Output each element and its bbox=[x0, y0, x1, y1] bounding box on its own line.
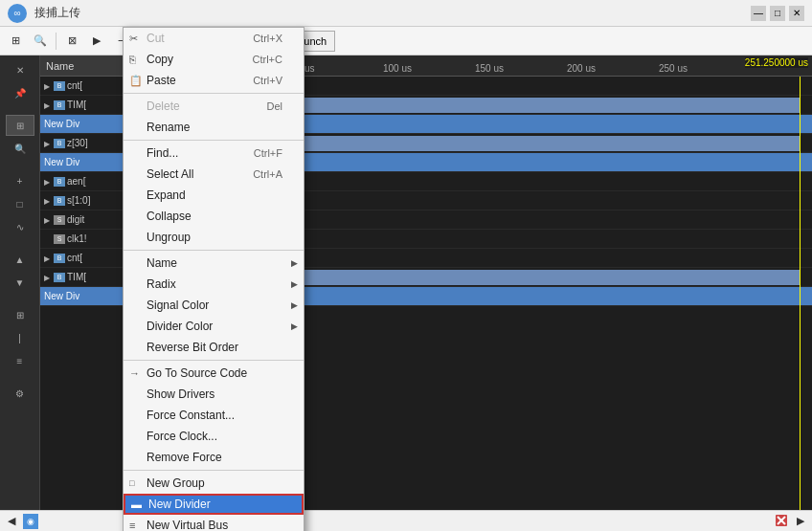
menu-label-goto-source: Go To Source Code bbox=[147, 366, 247, 380]
tool-marker[interactable]: | bbox=[6, 327, 34, 348]
divider-label: New Div bbox=[44, 291, 79, 301]
menu-item-new-divider[interactable]: ▬ New Divider bbox=[124, 494, 304, 515]
menu-item-divider-color[interactable]: Divider Color bbox=[124, 316, 304, 337]
status-nav-prev[interactable]: ◀ bbox=[8, 515, 15, 527]
signal-name: z[30] bbox=[67, 138, 88, 148]
menu-label-name: Name bbox=[147, 256, 177, 270]
expand-icon: ▶ bbox=[44, 82, 52, 90]
menu-label-force-constant: Force Constant... bbox=[147, 409, 235, 422]
tool-add-group[interactable]: □ bbox=[6, 193, 34, 214]
menu-label-cut: Cut bbox=[147, 32, 165, 45]
expand-icon: ▶ bbox=[44, 216, 52, 224]
time-marker-100: 100 us bbox=[383, 63, 412, 74]
menu-shortcut-select-all: Ctrl+A bbox=[253, 168, 282, 180]
expand-icon: ▶ bbox=[44, 274, 52, 281]
goto-icon: → bbox=[129, 367, 140, 379]
current-time-display: 251.250000 us bbox=[745, 57, 808, 68]
tool-close[interactable]: ✕ bbox=[6, 59, 34, 80]
menu-label-radix: Radix bbox=[147, 277, 176, 291]
menu-label-new-virtual-bus: New Virtual Bus bbox=[147, 519, 228, 531]
tool-grid[interactable]: ⊞ bbox=[6, 304, 34, 325]
signal-type-icon: B bbox=[54, 254, 65, 263]
expand-icon: ▶ bbox=[44, 254, 52, 262]
close-button[interactable]: ✕ bbox=[789, 6, 804, 21]
app-icon: ∞ bbox=[8, 4, 27, 23]
tool-zoom-in[interactable]: 🔍 bbox=[6, 138, 34, 159]
context-menu: ✂ Cut Ctrl+X ⎘ Copy Ctrl+C 📋 Paste Ctrl+… bbox=[123, 27, 304, 531]
menu-item-force-constant[interactable]: Force Constant... bbox=[124, 405, 304, 426]
signal-name: TIM[ bbox=[67, 272, 86, 282]
tool-down[interactable]: ▼ bbox=[6, 272, 34, 293]
menu-sep-4 bbox=[124, 360, 304, 361]
signal-name: aen[ bbox=[67, 176, 85, 187]
expand-icon bbox=[44, 235, 52, 243]
menu-item-new-group[interactable]: □ New Group bbox=[124, 473, 304, 494]
signal-type-icon: S bbox=[54, 234, 65, 244]
menu-label-select-all: Select All bbox=[147, 167, 193, 181]
menu-label-signal-color: Signal Color bbox=[147, 299, 209, 312]
tool-wave-a[interactable]: ∿ bbox=[6, 216, 34, 237]
signal-type-icon: B bbox=[54, 273, 65, 282]
time-cursor bbox=[800, 77, 801, 510]
signal-name: digit bbox=[67, 214, 84, 225]
new-divider-icon: ▬ bbox=[131, 498, 142, 510]
minimize-button[interactable]: — bbox=[751, 6, 766, 21]
menu-sep-2 bbox=[124, 140, 304, 141]
menu-item-radix[interactable]: Radix bbox=[124, 274, 304, 295]
signal-header-label: Name bbox=[46, 60, 74, 72]
tool-list[interactable]: ≡ bbox=[6, 350, 34, 371]
menu-item-ungroup[interactable]: Ungroup bbox=[124, 227, 304, 248]
menu-item-reverse-bit[interactable]: Reverse Bit Order bbox=[124, 337, 304, 358]
title-bar-left: ∞ 接捕上传 bbox=[8, 4, 80, 23]
menu-item-find[interactable]: Find... Ctrl+F bbox=[124, 143, 304, 164]
menu-item-signal-color[interactable]: Signal Color bbox=[124, 295, 304, 316]
expand-icon: ▶ bbox=[44, 101, 52, 109]
menu-label-ungroup: Ungroup bbox=[147, 231, 191, 244]
menu-label-copy: Copy bbox=[147, 53, 173, 66]
menu-item-name[interactable]: Name bbox=[124, 253, 304, 274]
status-close-icon[interactable] bbox=[774, 513, 789, 530]
menu-item-new-virtual-bus[interactable]: ≡ New Virtual Bus bbox=[124, 515, 304, 531]
menu-item-copy[interactable]: ⎘ Copy Ctrl+C bbox=[124, 49, 304, 70]
tool-cursor[interactable]: ⊞ bbox=[6, 115, 34, 136]
signal-type-icon: B bbox=[54, 177, 65, 187]
signal-type-icon: B bbox=[54, 81, 65, 91]
menu-shortcut-cut: Ctrl+X bbox=[253, 33, 282, 44]
signal-type-icon: B bbox=[54, 196, 65, 206]
toolbar-back-btn[interactable]: ⊞ bbox=[4, 31, 27, 52]
tool-settings[interactable]: ⚙ bbox=[6, 383, 34, 404]
menu-item-force-clock[interactable]: Force Clock... bbox=[124, 426, 304, 447]
menu-item-expand[interactable]: Expand bbox=[124, 185, 304, 206]
menu-label-show-drivers: Show Drivers bbox=[147, 387, 214, 401]
toolbar-search-btn[interactable]: 🔍 bbox=[29, 31, 52, 52]
time-marker-150: 150 us bbox=[475, 63, 504, 74]
menu-item-goto-source[interactable]: → Go To Source Code bbox=[124, 363, 304, 384]
left-tools: ✕ 📌 ⊞ 🔍 + □ ∿ ▲ ▼ ⊞ | ≡ ⚙ bbox=[0, 55, 40, 510]
menu-item-remove-force[interactable]: Remove Force bbox=[124, 447, 304, 468]
toolbar-sep-1 bbox=[56, 33, 56, 50]
tool-up[interactable]: ▲ bbox=[6, 249, 34, 270]
menu-item-delete[interactable]: Delete Del bbox=[124, 96, 304, 117]
menu-label-find: Find... bbox=[147, 146, 178, 160]
menu-label-force-clock: Force Clock... bbox=[147, 430, 217, 443]
menu-item-show-drivers[interactable]: Show Drivers bbox=[124, 384, 304, 405]
signal-type-icon: B bbox=[54, 100, 65, 110]
toolbar-zoom-btn[interactable]: ⊠ bbox=[60, 31, 83, 52]
status-nav-next[interactable]: ▶ bbox=[797, 515, 804, 527]
tool-pin[interactable]: 📌 bbox=[6, 82, 34, 103]
expand-icon: ▶ bbox=[44, 197, 52, 205]
menu-item-cut[interactable]: ✂ Cut Ctrl+X bbox=[124, 28, 304, 49]
menu-item-paste[interactable]: 📋 Paste Ctrl+V bbox=[124, 70, 304, 91]
menu-item-rename[interactable]: Rename bbox=[124, 117, 304, 138]
menu-item-select-all[interactable]: Select All Ctrl+A bbox=[124, 164, 304, 185]
menu-item-collapse[interactable]: Collapse bbox=[124, 206, 304, 227]
app-title: 接捕上传 bbox=[34, 5, 80, 21]
title-bar: ∞ 接捕上传 — □ ✕ bbox=[0, 0, 812, 27]
toolbar-run-btn[interactable]: ▶ bbox=[85, 31, 108, 52]
expand-icon: ▶ bbox=[44, 178, 52, 186]
expand-icon: ▶ bbox=[44, 140, 52, 147]
tool-add-signal[interactable]: + bbox=[6, 170, 34, 191]
maximize-button[interactable]: □ bbox=[770, 6, 785, 21]
menu-label-new-divider: New Divider bbox=[148, 498, 211, 511]
menu-label-remove-force: Remove Force bbox=[147, 451, 222, 464]
